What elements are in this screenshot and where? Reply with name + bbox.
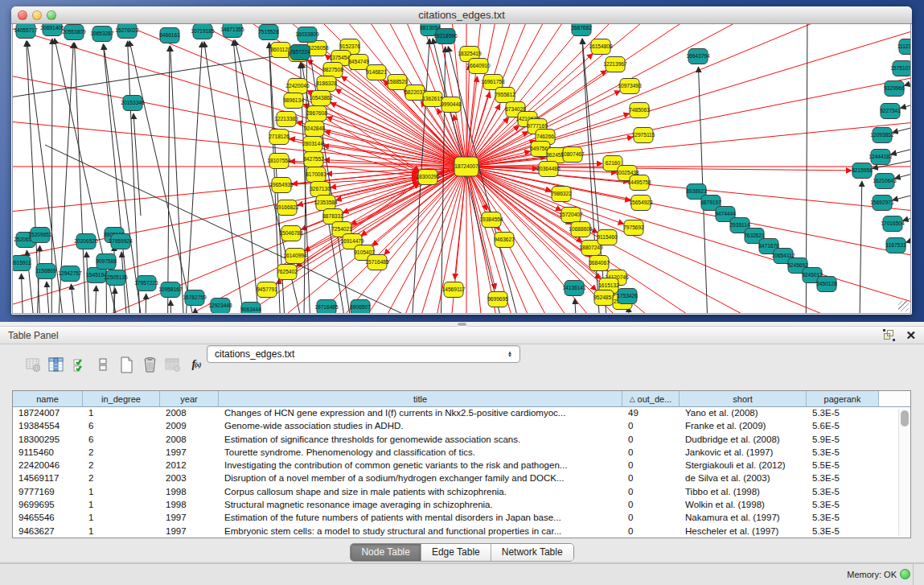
delete-table-icon[interactable] bbox=[141, 355, 158, 374]
table-cell[interactable]: Tibbo et al. (1998) bbox=[680, 486, 807, 499]
column-header-pagerank[interactable]: pagerank bbox=[807, 391, 879, 407]
table-cell[interactable]: 9699695 bbox=[13, 499, 83, 512]
graph-node[interactable]: 20691406 bbox=[40, 24, 64, 36]
tab-network-table[interactable]: Network Table bbox=[491, 544, 573, 561]
table-cell[interactable]: 1 bbox=[83, 512, 160, 525]
table-row[interactable]: 977716911998Corpus callosum shape and si… bbox=[13, 486, 910, 499]
graph-node[interactable]: 6906507 bbox=[350, 300, 371, 315]
graph-node[interactable]: 9457791 bbox=[257, 282, 277, 298]
table-cell[interactable]: Tourette syndrome. Phenomenology and cla… bbox=[219, 447, 622, 459]
table-row[interactable]: 946362711997Embryonic stem cells: a mode… bbox=[13, 525, 910, 538]
table-cell[interactable]: 2003 bbox=[160, 472, 219, 485]
table-cell[interactable]: 19384554 bbox=[13, 420, 83, 433]
table-cell[interactable]: Franke et al. (2009) bbox=[680, 420, 807, 433]
float-panel-icon[interactable] bbox=[884, 330, 894, 340]
graph-node[interactable]: 3915911 bbox=[13, 256, 31, 271]
network-graph-canvas[interactable]: 18724007 18300295 9152376 13754546 98275… bbox=[12, 24, 911, 314]
table-row[interactable]: 911546021997Tourette syndrome. Phenomeno… bbox=[13, 447, 910, 459]
close-window-button[interactable] bbox=[18, 10, 27, 20]
graph-node[interactable]: 17959924 bbox=[109, 234, 133, 249]
table-cell[interactable]: Hescheler et al. (1997) bbox=[680, 525, 807, 538]
table-cell[interactable]: 6 bbox=[83, 434, 160, 447]
table-cell[interactable]: Jankovic et al. (1997) bbox=[680, 447, 807, 459]
graph-node[interactable]: 18107554 bbox=[267, 154, 291, 169]
table-cell[interactable]: 5.9E-5 bbox=[807, 434, 879, 447]
table-cell[interactable]: 22420046 bbox=[13, 459, 83, 472]
graph-node[interactable]: 15716485 bbox=[365, 255, 389, 270]
table-cell[interactable]: 1997 bbox=[160, 447, 219, 459]
table-cell[interactable]: Estimation of the future numbers of pati… bbox=[219, 512, 622, 525]
graph-node[interactable]: 2687682 bbox=[571, 24, 592, 36]
table-cell[interactable]: 1998 bbox=[160, 499, 219, 512]
table-cell[interactable]: 1998 bbox=[160, 486, 219, 499]
table-row[interactable]: 946554611997Estimation of the future num… bbox=[13, 512, 910, 525]
table-cell[interactable]: 2 bbox=[83, 472, 160, 485]
table-cell[interactable]: Stergiakouli et al. (2012) bbox=[680, 459, 807, 472]
table-row[interactable]: 969969511998Structural magnetic resonanc… bbox=[13, 499, 910, 512]
graph-node[interactable]: 7986322 bbox=[551, 187, 572, 202]
graph-node[interactable]: 16154808 bbox=[589, 39, 613, 55]
minimize-window-button[interactable] bbox=[32, 10, 42, 20]
graph-node[interactable]: 9463627 bbox=[494, 233, 515, 248]
close-panel-icon[interactable]: ✕ bbox=[906, 330, 916, 340]
graph-node[interactable]: 9329966 bbox=[884, 81, 905, 97]
graph-node[interactable]: 19654935 bbox=[269, 178, 294, 193]
table-cell[interactable]: Nakamura et al. (1997) bbox=[680, 512, 807, 525]
table-row[interactable]: 1830029562008Estimation of significance … bbox=[13, 434, 910, 447]
graph-node[interactable]: 14495758 bbox=[627, 175, 651, 191]
graph-node[interactable]: 15046788 bbox=[279, 226, 303, 241]
graph-node[interactable]: 3267130 bbox=[310, 182, 331, 197]
graph-node[interactable]: 15720407 bbox=[559, 208, 583, 223]
table-cell[interactable]: 0 bbox=[622, 459, 680, 472]
graph-node[interactable]: 8186328 bbox=[316, 76, 337, 92]
table-cell[interactable]: 1 bbox=[83, 486, 160, 499]
graph-node[interactable]: 8170081 bbox=[306, 167, 326, 183]
table-cell[interactable]: 5.3E-5 bbox=[807, 447, 879, 459]
table-scrollbar[interactable] bbox=[898, 409, 909, 536]
graph-node[interactable]: 12942757 bbox=[58, 266, 82, 282]
graph-node[interactable]: 16640910 bbox=[466, 59, 491, 74]
graph-node[interactable]: 12213383 bbox=[274, 112, 298, 127]
graph-node[interactable]: 2803144 bbox=[302, 137, 323, 152]
graph-node[interactable]: 20153346 bbox=[121, 96, 145, 111]
table-cell[interactable]: 5.3E-5 bbox=[807, 407, 879, 420]
graph-node[interactable]: 10958167 bbox=[158, 282, 183, 298]
graph-node[interactable]: 16643794 bbox=[686, 49, 710, 64]
table-cell[interactable]: 0 bbox=[622, 472, 680, 485]
graph-node[interactable]: 10807467 bbox=[561, 147, 585, 163]
table-cell[interactable]: 5.3E-5 bbox=[807, 499, 879, 512]
graph-node[interactable]: 9896134 bbox=[283, 93, 304, 109]
zoom-window-button[interactable] bbox=[47, 10, 56, 20]
network-graph[interactable]: 18724007 18300295 9152376 13754546 98275… bbox=[13, 24, 911, 314]
table-cell[interactable]: 2 bbox=[83, 447, 160, 459]
graph-node[interactable]: 12093852 bbox=[870, 128, 894, 143]
tab-node-table[interactable]: Node Table bbox=[351, 544, 421, 561]
graph-node[interactable]: 14136141 bbox=[562, 281, 586, 296]
table-scrollbar-thumb[interactable] bbox=[901, 410, 909, 426]
graph-node[interactable]: 19384554 bbox=[479, 212, 503, 228]
graph-node[interactable]: 12923448 bbox=[208, 299, 232, 314]
table-cell[interactable]: 6 bbox=[83, 420, 160, 433]
node-table[interactable]: namein_degreeyeartitle△out_de...shortpag… bbox=[12, 390, 911, 538]
graph-node[interactable]: 18300295 bbox=[416, 170, 440, 185]
merge-cells-icon[interactable] bbox=[94, 355, 112, 374]
table-cell[interactable]: 49 bbox=[622, 407, 680, 420]
graph-node[interactable]: 14671355 bbox=[220, 24, 244, 38]
graph-node[interactable]: 15276022 bbox=[115, 24, 139, 39]
table-cell[interactable]: 2009 bbox=[160, 420, 219, 433]
table-cell[interactable]: 5.5E-5 bbox=[807, 459, 879, 472]
table-cell[interactable]: 1 bbox=[83, 499, 160, 512]
table-cell[interactable]: 0 bbox=[622, 512, 680, 525]
graph-node[interactable]: 20364486 bbox=[536, 162, 561, 177]
graph-node[interactable]: 12444182 bbox=[869, 150, 893, 165]
graph-node[interactable]: 7975692 bbox=[623, 220, 644, 236]
table-cell[interactable]: 1997 bbox=[160, 525, 219, 538]
table-cell[interactable]: 5.3E-5 bbox=[807, 472, 879, 485]
table-cell[interactable]: Investigating the contribution of common… bbox=[219, 459, 622, 472]
graph-node[interactable]: 16033809 bbox=[295, 27, 319, 43]
graph-node[interactable]: 9524851 bbox=[593, 290, 614, 306]
table-cell[interactable]: 18724007 bbox=[13, 407, 83, 420]
graph-node[interactable]: 9146821 bbox=[366, 65, 387, 80]
graph-node[interactable]: 8215958 bbox=[852, 163, 873, 179]
table-cell[interactable]: 1997 bbox=[160, 512, 219, 525]
